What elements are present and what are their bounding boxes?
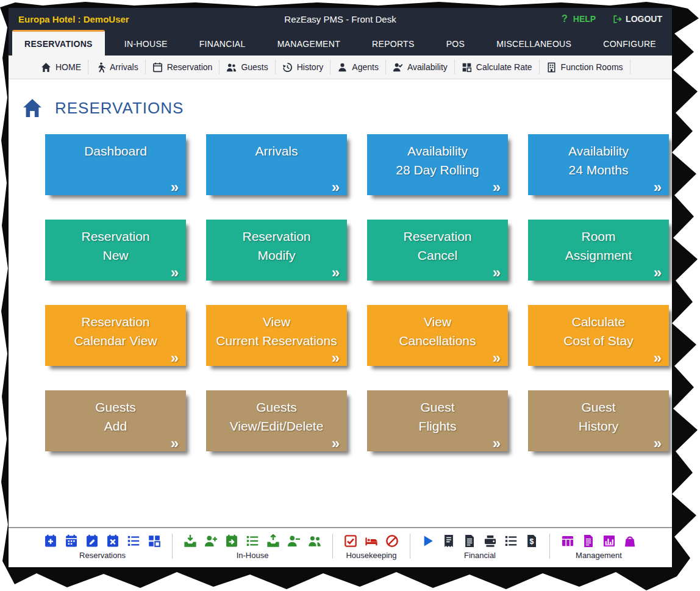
tab-management[interactable]: MANAGEMENT xyxy=(265,30,352,56)
footer-group-reservations: Reservations xyxy=(37,532,168,560)
footer-button-list[interactable] xyxy=(127,534,140,548)
tile-room-assignment[interactable]: RoomAssignment» xyxy=(528,220,669,281)
tab-pos[interactable]: POS xyxy=(434,30,477,56)
tile-dashboard[interactable]: Dashboard» xyxy=(45,134,186,195)
tile-reservation-new[interactable]: ReservationNew» xyxy=(45,220,186,281)
toolbar-item-agents[interactable]: Agents xyxy=(330,60,386,74)
footer-button-cash-register[interactable] xyxy=(484,534,497,548)
tile-label: Add xyxy=(45,417,186,435)
quick-toolbar: HOMEArrivalsReservationGuestsHistoryAgen… xyxy=(9,56,672,79)
chevron-right-icon: » xyxy=(171,350,179,366)
footer-button-calendar-remove[interactable] xyxy=(106,534,120,548)
titlebar-actions: ? HELP LOGOUT xyxy=(560,14,662,24)
footer-button-list[interactable] xyxy=(504,534,518,548)
chevron-right-icon: » xyxy=(493,435,501,451)
chevron-right-icon: » xyxy=(493,350,501,366)
toolbar-item-history[interactable]: History xyxy=(276,60,331,74)
purse-icon xyxy=(623,534,637,548)
footer-button-user-add[interactable] xyxy=(204,534,218,548)
home-icon xyxy=(22,98,43,118)
tile-guest-history[interactable]: GuestHistory» xyxy=(528,390,669,451)
footer-button-bed[interactable] xyxy=(365,534,378,548)
tile-arrivals[interactable]: Arrivals» xyxy=(206,134,347,195)
footer-group-financial: $Financial xyxy=(414,532,546,560)
footer-button-calendar-add[interactable] xyxy=(44,534,57,548)
tile-reservation-calendar-view[interactable]: ReservationCalendar View» xyxy=(45,305,186,366)
toolbar-item-label: Arrivals xyxy=(110,62,138,72)
tile-label: Flights xyxy=(367,417,508,435)
footer-button-calendar-grid[interactable] xyxy=(65,534,78,548)
bar-chart-icon xyxy=(602,534,616,548)
footer-button-checkbox[interactable] xyxy=(344,534,357,548)
tile-label: Current Reservations xyxy=(206,331,347,350)
tile-guest-flights[interactable]: GuestFlights» xyxy=(367,390,508,451)
help-button[interactable]: ? HELP xyxy=(560,14,596,24)
logout-label: LOGOUT xyxy=(626,14,662,24)
tile-view-current-reservations[interactable]: ViewCurrent Reservations» xyxy=(206,305,347,366)
chevron-right-icon: » xyxy=(332,179,340,195)
footer-button-user-remove[interactable] xyxy=(287,534,301,548)
tile-availability-24-months[interactable]: Availability24 Months» xyxy=(528,134,669,195)
footer-button-no-entry[interactable] xyxy=(385,534,399,548)
footer-button-checkout-tray[interactable] xyxy=(266,534,280,548)
tile-label: Availability xyxy=(528,141,669,160)
tile-label: New xyxy=(45,246,186,265)
tab-miscellaneous[interactable]: MISCELLANEOUS xyxy=(484,30,584,56)
tile-reservation-modify[interactable]: ReservationModify» xyxy=(206,220,347,281)
user-check-icon xyxy=(393,62,403,73)
tile-label: Availability xyxy=(367,141,508,160)
footer-button-table[interactable] xyxy=(561,534,574,548)
footer-button-calendar-edit[interactable] xyxy=(85,534,99,548)
tab-reservations[interactable]: RESERVATIONS xyxy=(12,30,105,56)
footer-button-grid[interactable] xyxy=(148,534,161,548)
play-icon xyxy=(421,534,435,548)
toolbar-item-availability[interactable]: Availability xyxy=(386,60,455,74)
tile-label: Reservation xyxy=(367,227,508,246)
tile-calculate-cost-of-stay[interactable]: CalculateCost of Stay» xyxy=(528,305,669,366)
document-icon xyxy=(463,534,476,548)
footer-button-document[interactable] xyxy=(463,534,476,548)
checkin-tray-icon xyxy=(184,534,197,548)
calendar-grid-icon xyxy=(65,534,78,548)
tab-reports[interactable]: REPORTS xyxy=(360,30,427,56)
tile-label: Cancel xyxy=(367,246,508,265)
tab-financial[interactable]: FINANCIAL xyxy=(187,30,258,56)
footer-button-document[interactable] xyxy=(582,534,595,548)
toolbar-item-guests[interactable]: Guests xyxy=(220,60,275,74)
tile-label: Cancellations xyxy=(367,331,508,350)
toolbar-item-calculate-rate[interactable]: Calculate Rate xyxy=(455,60,540,74)
footer-button-users[interactable] xyxy=(308,534,321,548)
toolbar-item-function-rooms[interactable]: Function Rooms xyxy=(540,60,630,74)
toolbar-item-reservation[interactable]: Reservation xyxy=(146,60,220,74)
tile-view-cancellations[interactable]: ViewCancellations» xyxy=(367,305,508,366)
footer-button-checkin-tray[interactable] xyxy=(184,534,197,548)
screenshot-stage: Europa Hotel : DemoUser RezEasy PMS - Fr… xyxy=(0,0,700,591)
users-icon xyxy=(308,534,321,548)
tile-label: Guests xyxy=(206,398,347,417)
footer-button-play[interactable] xyxy=(421,534,435,548)
toolbar-item-arrivals[interactable]: Arrivals xyxy=(88,60,146,74)
tile-label: View xyxy=(367,312,508,331)
toolbar-item-home[interactable]: HOME xyxy=(34,60,88,74)
chevron-right-icon: » xyxy=(654,435,662,451)
tab-configure[interactable]: CONFIGURE xyxy=(591,30,668,56)
tile-availability-28-day-rolling[interactable]: Availability28 Day Rolling» xyxy=(367,134,508,195)
logout-button[interactable]: LOGOUT xyxy=(613,14,662,24)
page-header: RESERVATIONS xyxy=(22,98,672,118)
titlebar: Europa Hotel : DemoUser RezEasy PMS - Fr… xyxy=(9,8,672,30)
tile-reservation-cancel[interactable]: ReservationCancel» xyxy=(367,220,508,281)
footer-button-calendar-arrow[interactable] xyxy=(225,534,238,548)
tile-guests-add[interactable]: GuestsAdd» xyxy=(45,390,186,451)
footer-button-receipt[interactable] xyxy=(442,534,455,548)
chevron-right-icon: » xyxy=(171,179,179,195)
calendar-add-icon xyxy=(44,534,57,548)
tab-in-house[interactable]: IN-HOUSE xyxy=(112,30,180,56)
user-icon xyxy=(337,62,348,73)
footer-button-bar-chart[interactable] xyxy=(602,534,616,548)
footer-button-document-dollar[interactable]: $ xyxy=(525,534,538,548)
footer-button-list[interactable] xyxy=(246,534,259,548)
footer-toolbar: ReservationsIn-HouseHousekeeping$Financi… xyxy=(9,527,672,567)
tile-guests-view-edit-delete[interactable]: GuestsView/Edit/Delete» xyxy=(206,390,347,451)
tile-label: Reservation xyxy=(45,312,186,331)
footer-button-purse[interactable] xyxy=(623,534,637,548)
